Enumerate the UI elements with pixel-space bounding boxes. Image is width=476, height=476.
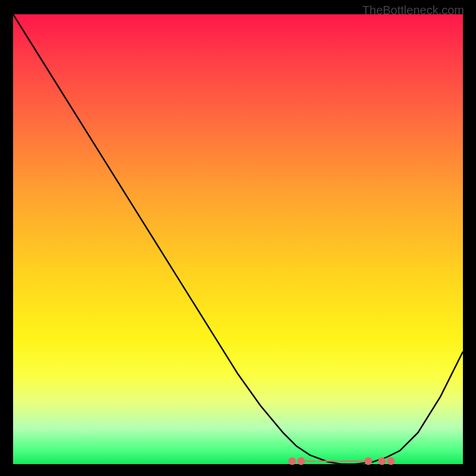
marker-dot: [378, 457, 386, 465]
marker-dot: [288, 457, 296, 465]
chart-area: [13, 14, 463, 464]
marker-dash: [304, 461, 316, 462]
optimal-marker-layer: [13, 14, 463, 464]
marker-dash: [358, 461, 370, 462]
marker-dot: [387, 457, 395, 465]
watermark-text: TheBottleneck.com: [362, 4, 464, 17]
marker-dash: [327, 461, 339, 462]
